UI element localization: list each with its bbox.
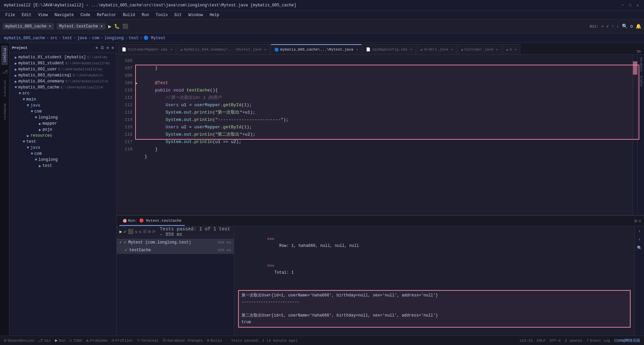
status-item-build[interactable]: ⚙ Build: [207, 338, 222, 343]
activity-bookmarks[interactable]: Bookmarks: [2, 101, 8, 122]
status-event-log[interactable]: ⚡ Event Log: [586, 338, 610, 343]
code-content[interactable]: } @Test public void testCache(){ //第一次取出…: [142, 55, 633, 215]
breadcrumb-part[interactable]: test: [129, 36, 139, 41]
test-check-btn[interactable]: ✓: [123, 229, 126, 234]
bottom-settings-btn[interactable]: ⚙: [634, 218, 637, 224]
toolbar-project-selector[interactable]: mybatis_005_cache ▾: [3, 23, 54, 29]
toolbar-debug-button[interactable]: 🐛: [114, 23, 120, 29]
tree-item-main-java[interactable]: ▼ java: [9, 102, 116, 109]
minimize-button[interactable]: ─: [621, 3, 625, 8]
test-import-btn[interactable]: ⟳: [152, 229, 156, 234]
toolbar-search[interactable]: 🔍: [622, 23, 628, 29]
tree-item-test-longlong[interactable]: ▼ longlong: [9, 157, 116, 163]
toolbar-git-check[interactable]: ✓: [601, 24, 604, 29]
activity-project[interactable]: Project: [1, 46, 8, 65]
tab-customermapper-xml[interactable]: 📄 CustomerMapper.xml ✕: [118, 44, 176, 54]
menu-view[interactable]: View: [36, 12, 51, 18]
test-expand-btn[interactable]: ⊞: [148, 229, 151, 234]
tree-item-004-onemany[interactable]: ▶ mybatis_004_onemany E:\JAVA\mybatisall…: [9, 78, 116, 84]
status-item-run[interactable]: ▶ Run: [55, 338, 65, 343]
right-icon-gradle[interactable]: Gradle: [638, 74, 644, 88]
bottom-tab-run[interactable]: ⬤ Run: 🔴 Mytest.testCache: [119, 216, 185, 226]
console-output[interactable]: <== Row: 1, haha666, null, null, null <=…: [234, 226, 635, 336]
menu-window[interactable]: Window: [186, 12, 206, 18]
status-item-git[interactable]: ⎇ Git: [38, 338, 51, 343]
right-icon-database[interactable]: Database: [638, 56, 644, 73]
tab-sqlmapconfig[interactable]: 📄 SqlMapConfig.xml ✕: [362, 44, 416, 54]
tree-item-01-student[interactable]: ▶ mybatis_01_student [mybatis] E:\JAVA\m…: [9, 54, 116, 60]
bottom-right-icon-1[interactable]: ⬆: [637, 228, 642, 235]
bottom-right-icon-2[interactable]: ⬇: [637, 236, 642, 243]
activity-commit[interactable]: ⎇: [1, 68, 9, 76]
status-item-problems[interactable]: ⚠ Problems: [86, 338, 108, 343]
maximize-button[interactable]: □: [628, 3, 633, 8]
test-layout-btn[interactable]: ☰: [143, 229, 147, 234]
tree-item-test-com[interactable]: ▼ com: [9, 151, 116, 157]
menu-file[interactable]: File: [3, 12, 18, 18]
tree-item-com[interactable]: ▼ com: [9, 109, 116, 115]
toolbar-notifications[interactable]: 🔔: [636, 23, 641, 29]
tree-item-001-student[interactable]: ▶ mybatis_001_student E:\JAVA\mybatisall…: [9, 60, 116, 66]
test-filter-btn[interactable]: ⇅: [139, 229, 142, 234]
breadcrumb-part[interactable]: java: [77, 36, 87, 41]
menu-help[interactable]: Help: [207, 12, 222, 18]
tree-item-longlong[interactable]: ▼ longlong: [9, 115, 116, 121]
test-subitem-testcache[interactable]: ✓ testCache 856 ms: [117, 246, 234, 254]
tab-mytest-004[interactable]: ☕ mybatis_004_onemany\...\Mytest.java ✕: [177, 44, 270, 54]
test-run-btn[interactable]: ▶: [119, 229, 122, 234]
breadcrumb-file[interactable]: 🔵 Mytest: [144, 36, 165, 41]
breadcrumb-part[interactable]: mybatis_005_cache: [4, 36, 45, 41]
status-encoding[interactable]: UTF-8: [550, 339, 561, 343]
toolbar-stop-button[interactable]: ⬛: [122, 23, 128, 29]
status-item-todo[interactable]: ☑ TODO: [69, 338, 82, 343]
tree-item-pojo[interactable]: ▶ pojo: [9, 127, 116, 133]
toolbar-git-check2[interactable]: ✓: [606, 24, 609, 29]
breadcrumb-part[interactable]: longlong: [104, 36, 124, 41]
status-item-terminal[interactable]: ⌨ Terminal: [137, 338, 159, 343]
sidebar-layout-btn[interactable]: ☰: [101, 46, 104, 50]
tree-item-src[interactable]: ▼ src: [9, 90, 116, 96]
tab-customer[interactable]: ☕ Customer.java ✕: [457, 44, 501, 54]
status-line-ending[interactable]: CRLF: [537, 339, 545, 343]
bottom-right-icon-3[interactable]: 🔍: [636, 245, 643, 252]
menu-run[interactable]: Run: [139, 12, 152, 18]
menu-build[interactable]: Build: [120, 12, 138, 18]
tree-item-main[interactable]: ▼ main: [9, 96, 116, 102]
breadcrumb-part[interactable]: src: [50, 36, 58, 41]
tree-item-test-folder[interactable]: ▶ test: [9, 163, 116, 169]
tab-orders[interactable]: ☕ Orders.java ✕: [417, 44, 457, 54]
status-indent[interactable]: 3 spaces: [565, 339, 583, 343]
tree-item-test[interactable]: ▼ test: [9, 139, 116, 145]
status-csdn[interactable]: CSDN@网络讯报: [614, 338, 640, 343]
tree-item-resources[interactable]: ▶ resources: [9, 133, 116, 139]
test-stop-btn[interactable]: ⬛: [128, 229, 133, 234]
tree-item-mapper[interactable]: ▶ mapper: [9, 121, 116, 127]
tree-item-test-java[interactable]: ▼ java: [9, 145, 116, 151]
menu-refactor[interactable]: Refactor: [94, 12, 119, 18]
run-gutter-icon[interactable]: ▶: [135, 81, 138, 86]
status-item-deps[interactable]: ⚙ Dependencies: [4, 338, 34, 343]
menu-edit[interactable]: Edit: [19, 12, 34, 18]
sidebar-gear-btn[interactable]: ⚙: [111, 46, 114, 50]
menu-tools[interactable]: Tools: [153, 12, 170, 18]
menu-navigate[interactable]: Navigate: [52, 12, 76, 18]
bottom-close-btn[interactable]: ✕: [639, 218, 641, 224]
status-item-profiler[interactable]: ◷ Profiler: [112, 338, 133, 343]
sidebar-settings-btn[interactable]: ⚙: [107, 46, 109, 50]
toolbar-git-arrow-up[interactable]: ↑: [611, 24, 614, 29]
tree-item-002-user[interactable]: ▶ mybatis_002_user E:\JAVA\mybatisall2\m…: [9, 66, 116, 72]
toolbar-run-button[interactable]: ▶: [108, 23, 112, 30]
breadcrumb-part[interactable]: com: [92, 36, 99, 41]
status-item-db-changes[interactable]: ⛁ Database Changes: [163, 338, 203, 343]
toolbar-run-config[interactable]: Mytest.testCache ▾: [57, 23, 106, 29]
test-sort-btn[interactable]: ⇅: [135, 229, 138, 234]
status-cursor-pos[interactable]: 110:23: [519, 339, 533, 343]
menu-git[interactable]: Git: [172, 12, 184, 18]
menu-code[interactable]: Code: [78, 12, 93, 18]
tab-u[interactable]: ☕ U ✕: [502, 44, 520, 54]
sidebar-add-btn[interactable]: ⊕: [96, 46, 98, 50]
tab-overflow-button[interactable]: ≫: [634, 49, 644, 54]
toolbar-settings[interactable]: ⚙: [630, 23, 633, 29]
toolbar-git-arrow-down[interactable]: ↓: [616, 24, 619, 29]
tree-item-003-dynamic[interactable]: ▶ mybatis_003_dynamicsql E:\JAVA\mybatis: [9, 72, 116, 78]
